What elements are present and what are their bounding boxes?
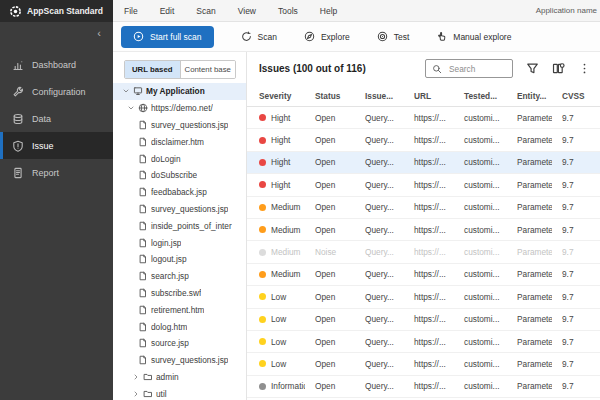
issue-row[interactable]: Low Open Query... https://... customi...… xyxy=(247,353,600,375)
search-box[interactable] xyxy=(425,59,513,78)
tree-item-logout-jsp[interactable]: logout.jsp xyxy=(113,251,246,268)
tree-item-my-application[interactable]: My Application xyxy=(113,83,246,100)
tree-item-survey-questions-jsp[interactable]: survey_questions.jsp xyxy=(113,117,246,134)
issue-row[interactable]: Medium Open Query... https://... customi… xyxy=(247,197,600,219)
tree-item-label: dolog.htm xyxy=(151,322,187,332)
file-icon xyxy=(138,338,148,348)
url-cell: https://... xyxy=(404,113,454,123)
issue-row[interactable]: Hight Open Query... https://... customi.… xyxy=(247,152,600,174)
start-full-scan-button[interactable]: Start full scan xyxy=(121,26,214,48)
severity-dot xyxy=(259,360,266,367)
tree-item-search-jsp[interactable]: search.jsp xyxy=(113,268,246,285)
severity-label: Low xyxy=(271,292,286,302)
column-header-status[interactable]: Status xyxy=(305,91,355,101)
issue-row[interactable]: Medium Noise Query... https://... custom… xyxy=(247,241,600,263)
issue-row[interactable]: Medium Open Query... https://... customi… xyxy=(247,264,600,286)
severity-cell: Low xyxy=(247,337,305,347)
tree-item-https-demo-net[interactable]: https://demo.net/ xyxy=(113,100,246,117)
issue-row[interactable]: Hight Open Query... https://... customi.… xyxy=(247,107,600,129)
tree-item-dolog-htm[interactable]: dolog.htm xyxy=(113,318,246,335)
explore-icon xyxy=(304,31,315,42)
column-header-issue[interactable]: Issue... xyxy=(355,91,404,101)
sidebar-collapse-button[interactable]: ‹ xyxy=(0,22,113,42)
url-cell: https://... xyxy=(404,202,454,212)
severity-label: Medium xyxy=(271,202,301,212)
search-input[interactable] xyxy=(447,63,506,75)
url-cell: https://... xyxy=(404,180,454,190)
tab-url-based[interactable]: URL based xyxy=(125,61,180,78)
column-header-cvss[interactable]: CVSS xyxy=(552,91,600,101)
severity-cell: Hight xyxy=(247,113,305,123)
column-header-severity[interactable]: Severity xyxy=(247,91,305,101)
issue-cell: Query... xyxy=(355,247,404,257)
file-icon xyxy=(138,355,148,365)
severity-dot xyxy=(259,383,266,390)
issue-row[interactable]: Medium Open Query... https://... customi… xyxy=(247,219,600,241)
sidebar-item-data[interactable]: Data xyxy=(0,105,113,132)
menu-scan[interactable]: Scan xyxy=(185,6,226,16)
app-title: AppScan Standard xyxy=(27,6,103,16)
menu-file[interactable]: File xyxy=(113,6,149,16)
tree-item-inside-points-of-inter[interactable]: inside_points_of_inter xyxy=(113,217,246,234)
issues-title: Issues (100 out of 116) xyxy=(259,63,366,74)
cvss-cell: 9.7 xyxy=(552,225,600,235)
issue-row[interactable]: Low Open Query... https://... customi...… xyxy=(247,331,600,353)
issue-row[interactable]: Low Open Query... https://... customi...… xyxy=(247,309,600,331)
column-header-tested[interactable]: Tested... xyxy=(454,91,507,101)
entity-cell: Parameter xyxy=(507,359,552,369)
tree-item-dosubscribe[interactable]: doSubscribe xyxy=(113,167,246,184)
explorer-tabs: URL basedContent base xyxy=(124,60,236,79)
tree-item-label: survey_questions.jsp xyxy=(151,120,228,130)
tree-item-source-jsp[interactable]: source.jsp xyxy=(113,335,246,352)
toolbar-actions: Scan Explore Test Manual explore xyxy=(214,31,512,42)
tree-item-label: inside_points_of_inter xyxy=(151,221,232,231)
sidebar-item-configuration[interactable]: Configuration xyxy=(0,78,113,105)
severity-cell: Low xyxy=(247,359,305,369)
toolbar-scan-button[interactable]: Scan xyxy=(241,31,277,42)
entity-cell: Parameter xyxy=(507,113,552,123)
toolbar-explore-button[interactable]: Explore xyxy=(304,31,350,42)
column-header-url[interactable]: URL xyxy=(404,91,454,101)
column-settings-icon[interactable] xyxy=(552,62,565,75)
filter-icon[interactable] xyxy=(526,62,539,75)
tree-item-label: subscribe.swf xyxy=(151,288,201,298)
tree-item-subscribe-swf[interactable]: subscribe.swf xyxy=(113,285,246,302)
toolbar-manual-explore-button[interactable]: Manual explore xyxy=(436,31,511,42)
severity-cell: Medium xyxy=(247,247,305,257)
entity-cell: Parameter xyxy=(507,292,552,302)
severity-label: Medium xyxy=(271,269,301,279)
column-header-entity[interactable]: Entity... xyxy=(507,91,552,101)
tree-item-disclaimer-htm[interactable]: disclaimer.htm xyxy=(113,133,246,150)
severity-cell: Medium xyxy=(247,225,305,235)
issue-row[interactable]: Hight Open Query... https://... customi.… xyxy=(247,174,600,196)
issue-row[interactable]: Low Open Query... https://... customi...… xyxy=(247,286,600,308)
toolbar-action-label: Scan xyxy=(258,32,277,42)
issue-row[interactable]: Informatic Open Query... https://... cus… xyxy=(247,376,600,398)
cvss-cell: 9.7 xyxy=(552,180,600,190)
tree-item-dologin[interactable]: doLogin xyxy=(113,150,246,167)
tree-item-feedbaback-jsp[interactable]: feedbaback.jsp xyxy=(113,184,246,201)
toolbar: Start full scan Scan Explore Test Manual… xyxy=(113,22,600,52)
application-icon xyxy=(133,86,143,96)
issue-row[interactable]: Hight Open Query... https://... customi.… xyxy=(247,129,600,151)
sidebar-item-dashboard[interactable]: Dashboard xyxy=(0,51,113,78)
sidebar-item-report[interactable]: Report xyxy=(0,159,113,186)
sidebar-item-issue[interactable]: Issue xyxy=(0,132,113,159)
menu-edit[interactable]: Edit xyxy=(149,6,186,16)
menu-tools[interactable]: Tools xyxy=(267,6,309,16)
url-cell: https://... xyxy=(404,337,454,347)
menu-view[interactable]: View xyxy=(227,6,267,16)
menu-help[interactable]: Help xyxy=(309,6,348,16)
tree-item-survey-questions-jsp[interactable]: survey_questions.jsp xyxy=(113,201,246,218)
tree-item-util[interactable]: util xyxy=(113,385,246,400)
tree-item-login-jsp[interactable]: login.jsp xyxy=(113,234,246,251)
overflow-menu-icon[interactable] xyxy=(578,62,591,75)
toolbar-test-button[interactable]: Test xyxy=(377,31,410,42)
tab-content-base[interactable]: Content base xyxy=(180,61,236,78)
tree-item-survey-questions-jsp[interactable]: survey_questions.jsp xyxy=(113,352,246,369)
tree-item-label: admin xyxy=(156,372,179,382)
file-icon xyxy=(138,204,148,214)
tree-item-retirement-htm[interactable]: retirement.htm xyxy=(113,301,246,318)
tested-cell: customi... xyxy=(454,225,507,235)
tree-item-admin[interactable]: admin xyxy=(113,369,246,386)
